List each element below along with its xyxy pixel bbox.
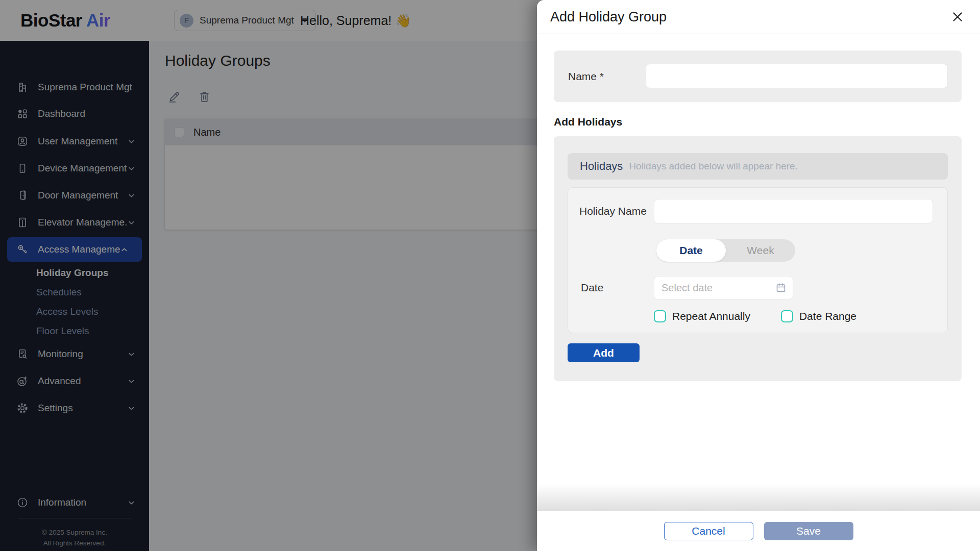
add-holiday-button[interactable]: Add <box>568 343 640 362</box>
add-holidays-section: Holidays Holidays added below will appea… <box>554 136 962 381</box>
name-label: Name * <box>568 51 604 102</box>
holiday-entry-panel: Holiday Name Date Week Date Repeat Annua… <box>568 187 948 333</box>
drawer-body: Name * Add Holidays Holidays Holidays ad… <box>537 34 980 511</box>
name-input[interactable] <box>646 64 948 88</box>
holiday-name-input[interactable] <box>654 199 933 223</box>
toggle-option-week[interactable]: Week <box>726 239 795 262</box>
repeat-annually-label: Repeat Annually <box>672 310 750 322</box>
holidays-hint: Holidays added below will appear here. <box>629 161 798 172</box>
repeat-annually-checkbox[interactable] <box>654 310 666 322</box>
close-icon <box>950 9 965 24</box>
checkbox-row: Repeat Annually Date Range <box>654 310 856 323</box>
drawer-title: Add Holiday Group <box>550 0 667 34</box>
holiday-name-label: Holiday Name <box>579 199 647 223</box>
name-section: Name * <box>554 51 962 102</box>
date-picker <box>654 276 793 299</box>
cancel-button[interactable]: Cancel <box>664 522 753 540</box>
close-button[interactable] <box>949 9 966 25</box>
date-label: Date <box>581 276 603 299</box>
date-week-toggle: Date Week <box>656 239 795 262</box>
add-holiday-group-drawer: Add Holiday Group Name * Add Holidays Ho… <box>537 0 980 551</box>
holidays-title: Holidays <box>580 160 623 173</box>
toggle-option-date[interactable]: Date <box>656 239 726 262</box>
holidays-list-placeholder: Holidays Holidays added below will appea… <box>568 153 948 180</box>
save-button[interactable]: Save <box>764 522 853 540</box>
add-holidays-label: Add Holidays <box>554 116 622 128</box>
drawer-header: Add Holiday Group <box>537 0 980 34</box>
date-input[interactable] <box>654 276 793 299</box>
drawer-footer: Cancel Save <box>537 511 980 551</box>
date-range-label: Date Range <box>799 310 856 322</box>
date-range-checkbox[interactable] <box>781 310 793 322</box>
